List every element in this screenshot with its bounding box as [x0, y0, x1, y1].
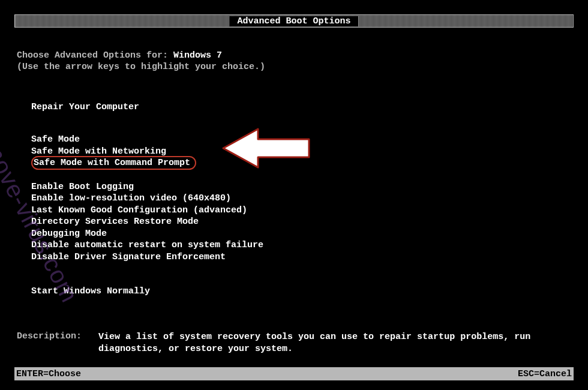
menu-group-advanced: Enable Boot Logging Enable low-resolutio…: [17, 181, 571, 263]
header-bar: Advanced Boot Options: [14, 14, 574, 28]
prompt-prefix: Choose Advanced Options for:: [17, 50, 173, 61]
prompt-line: Choose Advanced Options for: Windows 7: [17, 50, 571, 61]
hint-line: (Use the arrow keys to highlight your ch…: [17, 62, 571, 72]
menu-item-boot-logging[interactable]: Enable Boot Logging: [31, 181, 571, 193]
footer-bar: ENTER=Choose ESC=Cancel: [14, 367, 574, 380]
menu-item-last-known-good[interactable]: Last Known Good Configuration (advanced): [31, 205, 571, 217]
section-repair[interactable]: Repair Your Computer: [17, 102, 571, 112]
menu-group-safe-mode: Safe Mode Safe Mode with Networking Safe…: [17, 134, 571, 169]
menu-item-disable-driver-sig[interactable]: Disable Driver Signature Enforcement: [31, 251, 571, 263]
content-area: Choose Advanced Options for: Windows 7 (…: [0, 28, 588, 355]
description-text: View a list of system recovery tools you…: [98, 331, 571, 355]
menu-group-normal: Start Windows Normally: [17, 286, 571, 298]
menu-item-debugging[interactable]: Debugging Mode: [31, 228, 571, 240]
menu-item-disable-auto-restart[interactable]: Disable automatic restart on system fail…: [31, 239, 571, 251]
page-title: Advanced Boot Options: [230, 16, 358, 26]
footer-esc: ESC=Cancel: [518, 369, 572, 379]
menu-item-low-res[interactable]: Enable low-resolution video (640x480): [31, 193, 571, 205]
footer-enter: ENTER=Choose: [16, 369, 81, 379]
menu-item-safe-mode[interactable]: Safe Mode: [31, 134, 571, 146]
menu-item-directory-services[interactable]: Directory Services Restore Mode: [31, 216, 571, 228]
os-name: Windows 7: [173, 50, 222, 61]
description-block: Description: View a list of system recov…: [17, 331, 571, 355]
menu-item-start-normally[interactable]: Start Windows Normally: [31, 286, 571, 298]
highlighted-option[interactable]: Safe Mode with Command Prompt: [31, 156, 196, 170]
description-label: Description:: [17, 331, 82, 355]
menu-item-safe-mode-cmd[interactable]: Safe Mode with Command Prompt: [31, 157, 571, 169]
